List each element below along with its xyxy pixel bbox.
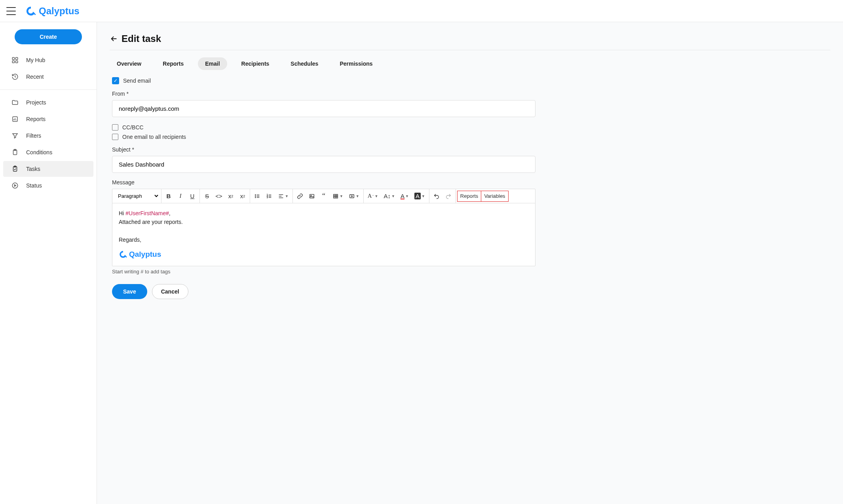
sidebar-item-label: Status — [26, 182, 42, 189]
main-content: Edit task Overview Reports Email Recipie… — [97, 22, 843, 504]
play-circle-icon — [11, 182, 19, 189]
text-color-icon[interactable]: A▼ — [398, 191, 411, 202]
message-signature-text: Qalyptus — [129, 248, 161, 260]
sidebar-item-myhub[interactable]: My Hub — [3, 52, 93, 68]
from-input[interactable] — [112, 100, 535, 117]
sidebar-item-filters[interactable]: Filters — [3, 128, 93, 144]
tab-schedules[interactable]: Schedules — [283, 57, 325, 70]
message-greeting-prefix: Hi — [119, 210, 125, 216]
unordered-list-icon[interactable] — [252, 191, 263, 202]
one-email-label: One email to all recipients — [122, 134, 186, 140]
logo-text: Qalyptus — [39, 6, 80, 17]
svg-rect-3 — [16, 61, 18, 63]
sidebar-item-conditions[interactable]: Conditions — [3, 144, 93, 160]
sidebar-item-label: Reports — [26, 116, 46, 122]
sidebar-item-label: Recent — [26, 74, 44, 80]
svg-rect-25 — [310, 194, 314, 198]
subject-input[interactable] — [112, 156, 535, 173]
logo-mark-icon — [119, 250, 127, 259]
svg-point-14 — [255, 197, 256, 197]
ccbcc-label: CC/BCC — [122, 124, 144, 131]
email-form: ✓ Send email From * CC/BCC One email to … — [110, 77, 830, 299]
app-logo[interactable]: Qalyptus — [25, 6, 80, 17]
message-line2: Attached are your reports. — [119, 218, 529, 226]
image-icon[interactable] — [306, 191, 317, 202]
topbar: Qalyptus — [0, 0, 843, 22]
message-signoff: Regards, — [119, 235, 529, 244]
sidebar-item-reports[interactable]: Reports — [3, 111, 93, 127]
rich-text-editor: Paragraph B I U S <> x2 x2 — [112, 189, 535, 266]
clipboard-icon — [11, 148, 19, 156]
video-icon[interactable]: ▼ — [346, 191, 362, 202]
editor-body[interactable]: Hi #UserFirstName#, Attached are your re… — [112, 203, 535, 266]
redo-icon[interactable] — [443, 191, 454, 202]
history-icon — [11, 73, 19, 81]
message-variable: #UserFirstName# — [125, 210, 169, 216]
sidebar-item-label: My Hub — [26, 57, 45, 63]
sidebar-item-label: Tasks — [26, 166, 40, 172]
checklist-icon — [11, 165, 19, 173]
svg-point-12 — [255, 196, 256, 196]
insert-variables-button[interactable]: Variables — [481, 191, 508, 202]
paragraph-select[interactable]: Paragraph — [114, 189, 159, 203]
align-icon[interactable]: ▼ — [275, 191, 291, 202]
editor-hint: Start writing # to add tags — [112, 269, 828, 275]
bold-icon[interactable]: B — [163, 191, 174, 202]
send-email-checkbox[interactable]: ✓ — [112, 77, 119, 84]
cancel-button[interactable]: Cancel — [152, 284, 188, 299]
highlight-color-icon[interactable]: A▼ — [412, 191, 427, 202]
italic-icon[interactable]: I — [175, 191, 186, 202]
sidebar-item-recent[interactable]: Recent — [3, 69, 93, 85]
tab-permissions[interactable]: Permissions — [332, 57, 380, 70]
svg-point-9 — [12, 183, 18, 188]
svg-rect-0 — [12, 57, 14, 59]
message-signature-logo: Qalyptus — [119, 248, 529, 260]
filter-icon — [11, 132, 19, 140]
svg-rect-1 — [16, 57, 18, 59]
message-greeting-suffix: , — [169, 210, 171, 216]
sidebar-item-label: Filters — [26, 133, 41, 139]
ordered-list-icon[interactable]: 123 — [264, 191, 275, 202]
tab-reports[interactable]: Reports — [156, 57, 191, 70]
message-label: Message — [112, 179, 828, 186]
tab-email[interactable]: Email — [198, 57, 227, 70]
folder-icon — [11, 99, 19, 106]
sidebar: Create My Hub Recent Projects — [0, 22, 97, 504]
tabs: Overview Reports Email Recipients Schedu… — [110, 57, 830, 70]
sidebar-item-label: Projects — [26, 99, 46, 106]
code-icon[interactable]: <> — [213, 191, 224, 202]
page-title: Edit task — [122, 33, 161, 44]
logo-mark-icon — [25, 6, 36, 17]
svg-rect-27 — [334, 194, 338, 198]
sidebar-item-status[interactable]: Status — [3, 178, 93, 193]
back-arrow-icon[interactable] — [110, 34, 118, 43]
create-button[interactable]: Create — [15, 29, 82, 44]
strikethrough-icon[interactable]: S — [201, 191, 213, 202]
page-header: Edit task — [110, 33, 830, 50]
sidebar-item-label: Conditions — [26, 149, 52, 155]
svg-point-10 — [255, 195, 256, 195]
superscript-icon[interactable]: x2 — [237, 191, 248, 202]
from-label: From * — [112, 91, 828, 97]
barchart-icon — [11, 115, 19, 123]
line-height-icon[interactable]: A↕▼ — [382, 191, 397, 202]
undo-icon[interactable] — [431, 191, 442, 202]
link-icon[interactable] — [294, 191, 306, 202]
svg-text:3: 3 — [267, 196, 268, 198]
table-icon[interactable]: ▼ — [330, 191, 346, 202]
editor-toolbar: Paragraph B I U S <> x2 x2 — [112, 189, 535, 203]
one-email-checkbox[interactable] — [112, 134, 118, 140]
svg-rect-2 — [12, 61, 14, 63]
sidebar-item-projects[interactable]: Projects — [3, 95, 93, 110]
menu-toggle-icon[interactable] — [6, 7, 16, 15]
quote-icon[interactable]: “ — [318, 191, 329, 202]
ccbcc-checkbox[interactable] — [112, 124, 118, 131]
save-button[interactable]: Save — [112, 284, 147, 299]
font-size-icon[interactable]: A⁻▼ — [365, 191, 381, 202]
tab-overview[interactable]: Overview — [110, 57, 148, 70]
subscript-icon[interactable]: x2 — [225, 191, 236, 202]
sidebar-item-tasks[interactable]: Tasks — [3, 161, 93, 177]
tab-recipients[interactable]: Recipients — [234, 57, 277, 70]
underline-icon[interactable]: U — [187, 191, 198, 202]
insert-reports-button[interactable]: Reports — [457, 191, 482, 202]
